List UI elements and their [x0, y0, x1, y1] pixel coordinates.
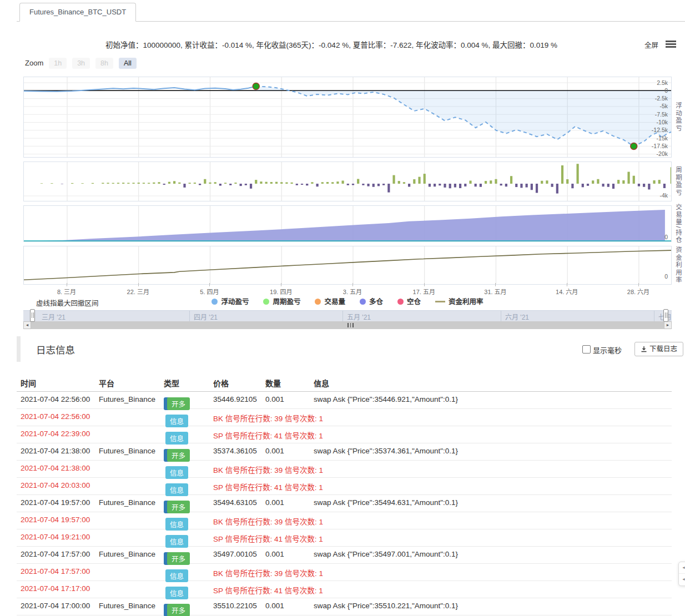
zoom-button-all[interactable]: All — [119, 58, 137, 69]
x-axis-tick — [424, 283, 425, 286]
legend-dot-swatch — [263, 299, 269, 305]
log-price: 35374.36105 — [213, 447, 257, 455]
navigator-month-divider — [501, 311, 501, 321]
legend-dot-swatch — [397, 299, 404, 305]
legend-dot-swatch — [360, 299, 366, 305]
zoom-button-1h[interactable]: 1h — [49, 58, 67, 69]
svg-text:-2.5k: -2.5k — [655, 95, 668, 102]
log-table-header: 时间 平台 类型 价格 数量 信息 — [17, 373, 672, 392]
log-time: 2021-07-04 21:38:00 — [21, 447, 90, 455]
svg-text:2.5k: 2.5k — [657, 79, 668, 86]
log-message: swap Ask {"Price":35494.631,"Amount":0.1… — [314, 498, 458, 507]
legend-dot-swatch — [315, 299, 321, 305]
download-icon — [641, 346, 647, 352]
x-axis-label: 5. 四月 — [200, 287, 219, 296]
log-price: 35497.00105 — [213, 550, 257, 558]
x-axis-label: 31. 五月 — [484, 287, 506, 296]
log-platform: Futures_Binance — [99, 395, 155, 403]
navigator-left-handle[interactable] — [30, 309, 35, 322]
chart-panel-period-pnl[interactable]: -4k — [23, 161, 672, 201]
log-time: 2021-07-04 22:56:00 — [21, 412, 90, 421]
show-milliseconds-label: 显示毫秒 — [593, 345, 622, 355]
zoom-button-3h[interactable]: 3h — [72, 58, 90, 69]
navigator-month-divider — [654, 311, 654, 321]
chart-panel-capital-utilization[interactable]: 0 — [23, 246, 672, 285]
x-axis-tick — [352, 283, 353, 286]
navigator-right-handle[interactable] — [663, 309, 668, 322]
log-price: 35494.63105 — [213, 498, 257, 507]
legend-label: 资金利用率 — [449, 298, 483, 306]
col-platform: 平台 — [99, 377, 114, 388]
log-amount: 0.001 — [265, 602, 284, 610]
x-axis-label: 17. 五月 — [413, 287, 435, 296]
axis-title-floating_pnl: 浮动盈亏 — [674, 95, 683, 139]
log-table-row: 2021-07-04 17:57:00信息BK 信号所在行数: 39 信号次数:… — [17, 563, 672, 581]
log-table-row: 2021-07-04 17:00:00Futures_Binance买入开多35… — [17, 598, 672, 615]
navigator-month-label: 六月 '21 — [505, 312, 529, 321]
log-table-row: 2021-07-04 20:03:00信息SP 信号所在行数: 41 信号次数:… — [17, 477, 672, 495]
chart-panel-volume-position[interactable]: 0 — [23, 205, 672, 242]
log-time: 2021-07-04 17:57:00 — [21, 567, 90, 575]
log-time: 2021-07-04 21:38:00 — [21, 464, 90, 472]
log-message: swap Ask {"Price":35374.361,"Amount":0.1… — [314, 447, 458, 455]
scrollbar-grip-icon[interactable] — [347, 323, 354, 327]
x-axis-label: 3. 五月 — [343, 287, 362, 296]
fullscreen-button[interactable]: 全屏 — [644, 39, 658, 50]
download-log-button[interactable]: 下载日志 — [634, 342, 683, 356]
col-type: 类型 — [164, 377, 179, 388]
x-axis-tick — [567, 283, 567, 286]
x-axis-label: 19. 四月 — [270, 287, 292, 296]
show-milliseconds-checkbox[interactable] — [582, 345, 591, 354]
legend-item-交易量[interactable]: 交易量 — [315, 296, 345, 306]
log-message: SP 信号所在行数: 41 信号次数: 1 — [213, 430, 323, 441]
x-axis-tick — [495, 283, 496, 286]
svg-text:-4k: -4k — [659, 192, 668, 199]
svg-text:-7.5k: -7.5k — [655, 111, 668, 118]
log-platform: Futures_Binance — [99, 550, 155, 558]
x-axis-tick — [209, 283, 210, 286]
log-platform: Futures_Binance — [99, 498, 155, 507]
scrollbar-left-arrow-icon[interactable]: ◄ — [23, 321, 31, 329]
log-time: 2021-07-04 20:03:00 — [21, 481, 90, 489]
chart-scrollbar[interactable]: ◄ ► — [23, 321, 672, 329]
log-message: BK 信号所在行数: 39 信号次数: 1 — [213, 516, 323, 527]
chart-panel-floating-pnl[interactable]: 2.5k0-2.5k-5k-7.5k-10k-12.5k-15k-17.5k-2… — [23, 77, 672, 158]
zoom-range-bar: Zoom1h3h8hAll — [25, 58, 137, 70]
log-message: swap Ask {"Price":35510.221,"Amount":0.1… — [314, 602, 458, 610]
legend-item-周期盈亏[interactable]: 周期盈亏 — [263, 296, 300, 306]
legend-item-浮动盈亏[interactable]: 浮动盈亏 — [211, 296, 249, 306]
log-table-row: 2021-07-04 21:38:00信息BK 信号所在行数: 39 信号次数:… — [17, 460, 672, 478]
col-message: 信息 — [314, 377, 329, 388]
col-price: 价格 — [213, 377, 229, 388]
log-time: 2021-07-04 22:56:00 — [21, 395, 90, 403]
x-axis-tick — [67, 283, 67, 286]
log-platform: Futures_Binance — [99, 447, 155, 455]
scrollbar-right-arrow-icon[interactable]: ► — [664, 321, 672, 329]
log-table-row: 2021-07-04 21:38:00Futures_Binance买入开多35… — [17, 443, 672, 461]
pager-down-button[interactable]: ◄ — [679, 574, 685, 585]
log-message: SP 信号所在行数: 41 信号次数: 1 — [213, 584, 323, 595]
svg-text:-15k: -15k — [657, 135, 668, 142]
legend-item-空仓[interactable]: 空仓 — [397, 296, 421, 306]
legend-label: 空仓 — [407, 298, 421, 306]
navigator-bar[interactable]: 三月 '21四月 '21五月 '21六月 '21七月 '21 — [23, 310, 672, 322]
legend-item-资金利用率[interactable]: 资金利用率 — [435, 296, 483, 306]
tab-futures-binance-btc-usdt[interactable]: Futures_Binance_BTC_USDT — [19, 3, 136, 22]
chart-menu-icon[interactable] — [666, 41, 676, 48]
zoom-label: Zoom — [25, 59, 43, 67]
zoom-button-8h[interactable]: 8h — [95, 58, 113, 69]
axis-title-period_pnl: 周期盈亏 — [674, 159, 683, 204]
log-message: swap Ask {"Price":35497.001,"Amount":0.1… — [314, 550, 458, 558]
log-table-row: 2021-07-04 22:56:00Futures_Binance买入开多35… — [17, 391, 672, 409]
axis-title-volume_position: 交易量/持仓 — [674, 201, 683, 246]
legend-item-多仓[interactable]: 多仓 — [360, 296, 383, 306]
x-axis-tick — [138, 283, 139, 286]
svg-text:0: 0 — [664, 87, 668, 94]
log-time: 2021-07-04 19:57:00 — [21, 516, 90, 524]
legend-label: 浮动盈亏 — [221, 298, 249, 306]
svg-text:-5k: -5k — [659, 103, 668, 109]
log-section-accent — [17, 336, 21, 362]
navigator-month-label: 五月 '21 — [347, 312, 371, 321]
svg-text:-17.5k: -17.5k — [652, 143, 668, 149]
pager-up-button[interactable]: ◄ — [679, 562, 685, 574]
